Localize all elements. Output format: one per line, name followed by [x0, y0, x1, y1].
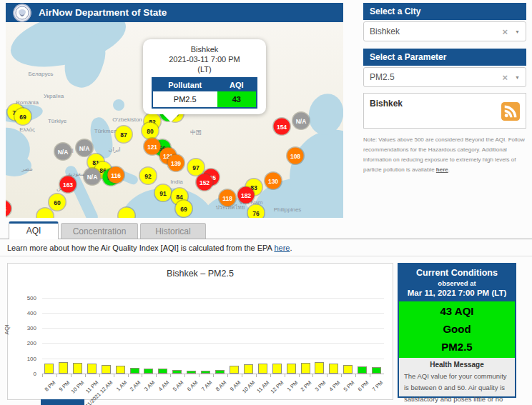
aqi-marker[interactable]: 76: [248, 205, 265, 219]
chart-bar[interactable]: [258, 364, 267, 374]
aqi-marker[interactable]: 92: [140, 168, 157, 184]
note-period: .: [448, 166, 450, 173]
selected-city-text: Bishkek: [370, 99, 403, 109]
aqi-marker[interactable]: N/A: [77, 140, 93, 156]
chart-bar[interactable]: [187, 371, 196, 374]
y-axis-ticks: 0100200300400500: [15, 291, 39, 374]
aqi-marker[interactable]: 87: [116, 126, 132, 143]
tab-aqi[interactable]: AQI: [9, 221, 59, 239]
chart-bar[interactable]: [372, 367, 381, 374]
chart-bar[interactable]: [272, 364, 282, 374]
chart-bar[interactable]: [287, 364, 296, 374]
map[interactable]: БеларусьУкраїнаRomâniaΕλλάςTürkiyeКазахс…: [6, 22, 343, 218]
aqi-marker[interactable]: 139: [168, 155, 184, 171]
selected-cities-box[interactable]: Bishkek: [363, 93, 526, 129]
chart-bar[interactable]: [329, 364, 338, 374]
y-axis-label: AQI: [4, 325, 10, 335]
aqi-marker[interactable]: 69: [15, 109, 31, 125]
tab-historical[interactable]: Historical: [140, 223, 206, 239]
map-popup: Bishkek 2021-03-11 7:00 PM (LT) Pollutan…: [143, 39, 266, 114]
aqi-marker[interactable]: 118: [220, 190, 236, 206]
chevron-down-icon[interactable]: ▼: [515, 29, 520, 34]
x-tick-label: 5 AM: [172, 379, 184, 392]
popup-city: Bishkek: [147, 45, 262, 55]
x-tick-label: 4 PM: [328, 379, 342, 393]
aqi-marker[interactable]: 154: [274, 119, 290, 135]
chart-bar[interactable]: [102, 365, 111, 374]
aqi-marker[interactable]: N/A: [84, 169, 101, 185]
map-country-label: Türkiye: [48, 118, 66, 124]
aqi-marker[interactable]: N/A: [293, 113, 310, 129]
note-here-link[interactable]: here: [436, 166, 448, 173]
y-tick-label: 0: [34, 371, 36, 377]
gridline: [42, 298, 384, 299]
chart-bar[interactable]: [215, 370, 225, 374]
aqi-marker[interactable]: 108: [287, 148, 304, 164]
learn-more-text: Learn more about how the Air Quality Ind…: [7, 244, 292, 252]
aqi-marker[interactable]: 80: [142, 123, 159, 139]
x-tick-label: 11 AM: [255, 379, 270, 394]
city-select[interactable]: Bishkek × ▼: [363, 21, 526, 41]
aqi-marker[interactable]: 163: [60, 176, 77, 193]
aqi-marker[interactable]: 97: [188, 159, 205, 176]
chart-bar[interactable]: [230, 366, 239, 374]
aqi-marker[interactable]: 91: [155, 185, 172, 201]
learn-more-here-link[interactable]: here: [274, 244, 290, 252]
chart-bar[interactable]: [301, 363, 310, 374]
chart-bar[interactable]: [73, 363, 82, 374]
popup-aqi-value: 43: [217, 91, 257, 108]
chart-bar[interactable]: [44, 364, 54, 374]
learn-more-body: Learn more about how the Air Quality Ind…: [7, 244, 274, 252]
aqi-category: Good: [399, 321, 515, 339]
aqi-marker[interactable]: 60: [49, 194, 66, 211]
water-aral: [113, 99, 124, 111]
y-tick-label: 300: [27, 325, 36, 331]
clear-icon[interactable]: ×: [502, 26, 508, 37]
chart-bar[interactable]: [172, 370, 182, 374]
x-tick-label: 1 PM: [285, 379, 299, 393]
chart-bar[interactable]: [201, 371, 210, 374]
popup-pollutant-value: PM2.5: [152, 91, 217, 108]
chart-bar[interactable]: [59, 362, 68, 374]
popup-datetime: 2021-03-11 7:00 PM: [147, 55, 262, 65]
aqi-marker[interactable]: 116: [108, 167, 124, 184]
aqi-value-box: 43 AQI Good PM2.5: [399, 301, 515, 358]
chart-bar[interactable]: [130, 368, 139, 374]
map-country-label: ايران: [109, 146, 121, 153]
aqi-marker[interactable]: N/A: [55, 144, 72, 160]
x-tick-label: 3 AM: [143, 379, 156, 392]
x-tick-label: 10 PM: [69, 379, 85, 395]
chart-plot-area: [42, 291, 384, 374]
chart-bar[interactable]: [343, 365, 353, 374]
parameter-select[interactable]: PM2.5 × ▼: [363, 67, 526, 87]
chart-bar[interactable]: [315, 362, 324, 374]
x-tick-label: 7 AM: [200, 379, 213, 392]
map-country-label: Україна: [44, 93, 64, 99]
x-tick-label: 4 AM: [157, 379, 170, 392]
x-tick-label: 7 PM: [371, 379, 385, 393]
learn-more-period: .: [290, 244, 292, 252]
aqi-marker[interactable]: 65: [6, 201, 11, 217]
aqi-marker[interactable]: 130: [265, 173, 282, 189]
tab-concentration[interactable]: Concentration: [61, 223, 138, 239]
aqi-marker[interactable]: [37, 209, 54, 219]
chart-bar[interactable]: [144, 369, 153, 374]
chart-bar[interactable]: [87, 364, 97, 374]
popup-col-pollutant: Pollutant: [152, 78, 217, 91]
current-conditions-title: Current Conditions: [400, 268, 513, 278]
rss-icon[interactable]: [501, 102, 520, 121]
chart-bar[interactable]: [116, 366, 125, 374]
map-country-label: Беларусь: [29, 71, 54, 77]
chart-bar[interactable]: [158, 369, 167, 374]
gridline: [42, 313, 384, 314]
clear-icon[interactable]: ×: [502, 72, 508, 83]
divider: [0, 256, 532, 256]
state-department-seal-icon: [13, 4, 31, 22]
chart-bar[interactable]: [244, 364, 253, 374]
chart-bar[interactable]: [358, 366, 367, 374]
aqi-marker[interactable]: 152: [197, 174, 213, 191]
aqi-marker[interactable]: 69: [176, 201, 192, 217]
chevron-down-icon[interactable]: ▼: [515, 75, 520, 80]
aqi-marker[interactable]: 182: [238, 187, 255, 204]
aqi-marker[interactable]: 121: [144, 139, 161, 155]
